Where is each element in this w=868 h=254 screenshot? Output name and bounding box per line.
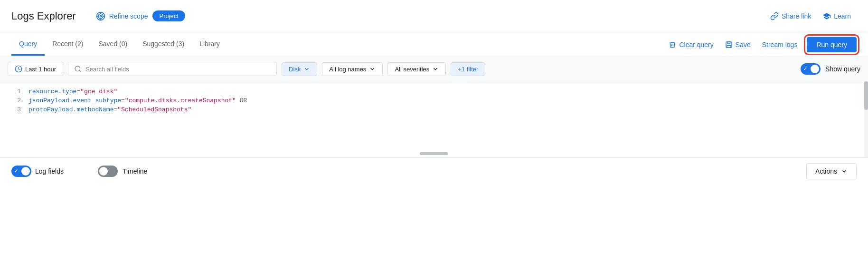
query-key-1: resource.type <box>28 88 76 95</box>
chevron-down-icon <box>303 66 310 72</box>
actions-label: Actions <box>815 167 837 175</box>
refine-scope-label: Refine scope <box>109 12 148 20</box>
line-number-2: 2 <box>8 97 21 104</box>
time-filter-label: Last 1 hour <box>25 66 56 73</box>
clock-icon <box>15 65 22 73</box>
svg-point-2 <box>100 15 101 17</box>
timeline-toggle[interactable] <box>98 166 118 177</box>
learn-label: Learn <box>834 12 851 20</box>
query-op-1: = <box>76 88 80 95</box>
share-link-button[interactable]: Share link <box>764 9 817 23</box>
check-icon: ✓ <box>14 167 19 174</box>
query-line-1: 1 resource.type = "gce_disk" <box>0 87 868 96</box>
tab-library[interactable]: Library <box>192 33 227 56</box>
timeline-toggle-group: Timeline <box>98 166 147 177</box>
show-query-label: Show query <box>825 65 860 73</box>
chevron-down-icon <box>369 66 376 72</box>
log-fields-toggle[interactable]: ✓ <box>11 166 31 177</box>
search-placeholder: Search all fields <box>85 66 129 73</box>
svg-point-1 <box>98 14 103 19</box>
show-query-toggle[interactable]: ✓ <box>801 63 821 75</box>
disk-filter-button[interactable]: Disk <box>282 62 317 76</box>
severities-filter-button[interactable]: All severities <box>387 62 446 76</box>
actions-button[interactable]: Actions <box>806 163 857 179</box>
query-val-2: "compute.disks.createSnapshot" <box>125 97 236 104</box>
tabs-row: Query Recent (2) Saved (0) Suggested (3)… <box>0 32 868 57</box>
check-icon: ✓ <box>803 65 808 72</box>
show-query-row: ✓ Show query <box>801 63 860 75</box>
query-val-1: "gce_disk" <box>80 88 117 95</box>
tab-query[interactable]: Query <box>11 33 45 56</box>
top-header: Logs Explorer Refine scope Project Share… <box>0 0 868 32</box>
line-number-3: 3 <box>8 106 21 113</box>
share-link-label: Share link <box>782 12 811 20</box>
clear-query-button[interactable]: Clear query <box>663 37 719 52</box>
search-box[interactable]: Search all fields <box>68 62 277 76</box>
tab-suggested[interactable]: Suggested (3) <box>135 33 192 56</box>
vertical-scrollbar-track[interactable] <box>864 81 868 157</box>
log-fields-label: Log fields <box>35 167 64 175</box>
save-icon <box>725 41 733 49</box>
query-key-2: jsonPayload.event_subtype <box>28 97 121 104</box>
log-names-filter-button[interactable]: All log names <box>322 62 383 76</box>
plus-filter-label: +1 filter <box>458 66 478 73</box>
save-button[interactable]: Save <box>719 37 756 52</box>
plus-filter-button[interactable]: +1 filter <box>451 62 485 76</box>
refine-scope-button[interactable]: Refine scope <box>91 9 153 24</box>
trash-icon <box>669 41 676 49</box>
project-badge[interactable]: Project <box>152 10 185 21</box>
time-filter-button[interactable]: Last 1 hour <box>8 62 63 76</box>
timeline-label: Timeline <box>123 167 147 175</box>
tab-recent[interactable]: Recent (2) <box>45 33 91 56</box>
tab-saved[interactable]: Saved (0) <box>91 33 135 56</box>
query-editor[interactable]: 1 resource.type = "gce_disk" 2 jsonPaylo… <box>0 81 868 157</box>
log-names-label: All log names <box>329 66 366 73</box>
severities-label: All severities <box>395 66 429 73</box>
target-icon <box>96 11 105 21</box>
query-line-2: 2 jsonPayload.event_subtype = "compute.d… <box>0 96 868 105</box>
log-fields-toggle-group: ✓ Log fields <box>11 166 64 177</box>
query-op-3: = <box>113 106 117 113</box>
app-title: Logs Explorer <box>11 10 76 22</box>
disk-filter-label: Disk <box>289 66 301 73</box>
vertical-scrollbar-thumb[interactable] <box>864 81 868 110</box>
query-op-2: = <box>121 97 125 104</box>
search-icon <box>74 65 82 73</box>
svg-rect-8 <box>727 42 730 44</box>
link-icon <box>770 12 779 20</box>
query-key-3: protoPayload.methodName <box>28 106 113 113</box>
chevron-down-icon <box>841 168 848 175</box>
svg-line-11 <box>79 70 81 72</box>
filter-row: Last 1 hour Search all fields Disk All l… <box>0 57 868 81</box>
bottom-bar: ✓ Log fields Timeline Actions <box>0 157 868 184</box>
horizontal-scrollbar-thumb[interactable] <box>420 152 448 155</box>
graduation-icon <box>822 12 831 20</box>
line-number-1: 1 <box>8 88 21 95</box>
stream-logs-button[interactable]: Stream logs <box>756 37 803 52</box>
chevron-down-icon <box>432 66 439 72</box>
query-line-3: 3 protoPayload.methodName = "ScheduledSn… <box>0 105 868 114</box>
svg-point-10 <box>75 66 80 71</box>
query-or-2: OR <box>236 97 247 104</box>
query-val-3: "ScheduledSnapshots" <box>117 106 191 113</box>
run-query-button[interactable]: Run query <box>807 37 857 52</box>
learn-button[interactable]: Learn <box>817 9 857 23</box>
